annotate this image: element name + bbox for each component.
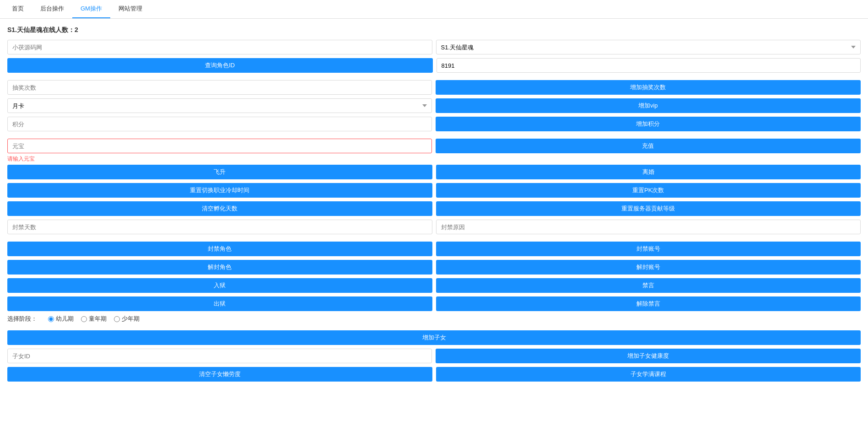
unjail-btn[interactable]: 出狱 [7, 296, 432, 311]
unban-role-btn[interactable]: 解封角色 [7, 260, 432, 275]
child-study-course-btn[interactable]: 子女学满课程 [436, 367, 861, 382]
add-yuanbao-btn[interactable]: 充值 [436, 139, 861, 153]
tab-website[interactable]: 网站管理 [110, 0, 151, 18]
mute-btn[interactable]: 禁言 [436, 278, 861, 293]
ban-account-btn[interactable]: 封禁账号 [436, 242, 861, 256]
vip-select[interactable]: 月卡 季卡 年卡 [7, 98, 432, 113]
query-role-id-btn[interactable]: 查询角色ID [7, 58, 433, 73]
divorce-btn[interactable]: 离婚 [436, 165, 861, 179]
unban-account-btn[interactable]: 解封账号 [436, 260, 861, 275]
radio-teen[interactable]: 少年期 [114, 315, 140, 323]
add-lottery-btn[interactable]: 增加抽奖次数 [436, 80, 861, 95]
jail-btn[interactable]: 入狱 [7, 278, 432, 293]
tab-gm[interactable]: GM操作 [72, 0, 110, 18]
child-id-input[interactable] [7, 349, 432, 363]
ban-days-input[interactable] [7, 220, 432, 234]
add-child-health-btn[interactable]: 增加子女健康度 [436, 349, 861, 363]
yuanbao-error-text: 请输入元宝 [7, 155, 861, 163]
add-child-btn[interactable]: 增加子女 [7, 330, 861, 345]
radio-child[interactable]: 童年期 [81, 315, 107, 323]
points-input[interactable] [7, 117, 432, 131]
add-vip-btn[interactable]: 增加vip [436, 98, 861, 113]
fly-btn[interactable]: 飞升 [7, 165, 432, 179]
tab-home[interactable]: 首页 [4, 0, 32, 18]
add-points-btn[interactable]: 增加积分 [436, 117, 861, 131]
server-input[interactable] [7, 40, 432, 54]
unmute-btn[interactable]: 解除禁言 [436, 296, 861, 311]
tab-backend[interactable]: 后台操作 [32, 0, 72, 18]
server-select[interactable]: S1.天仙星魂 [436, 40, 861, 54]
clear-hatch-btn[interactable]: 清空孵化天数 [7, 201, 432, 216]
online-count: S1.天仙星魂在线人数：2 [7, 26, 861, 34]
radio-infant[interactable]: 幼儿期 [48, 315, 74, 323]
clear-child-laziness-btn[interactable]: 清空子女懒劳度 [7, 367, 432, 382]
ban-role-btn[interactable]: 封禁角色 [7, 242, 432, 256]
reset-pk-btn[interactable]: 重置PK次数 [436, 183, 861, 198]
reset-server-contrib-btn[interactable]: 重置服务器贡献等级 [436, 201, 861, 216]
ban-reason-input[interactable] [436, 220, 861, 234]
yuanbao-input[interactable] [7, 139, 432, 153]
tab-bar: 首页 后台操作 GM操作 网站管理 [0, 0, 868, 19]
lottery-input[interactable] [7, 80, 432, 95]
reset-job-cd-btn[interactable]: 重置切换职业冷却时间 [7, 183, 432, 198]
stage-label: 选择阶段： [7, 315, 37, 323]
role-id-input[interactable] [437, 58, 861, 73]
